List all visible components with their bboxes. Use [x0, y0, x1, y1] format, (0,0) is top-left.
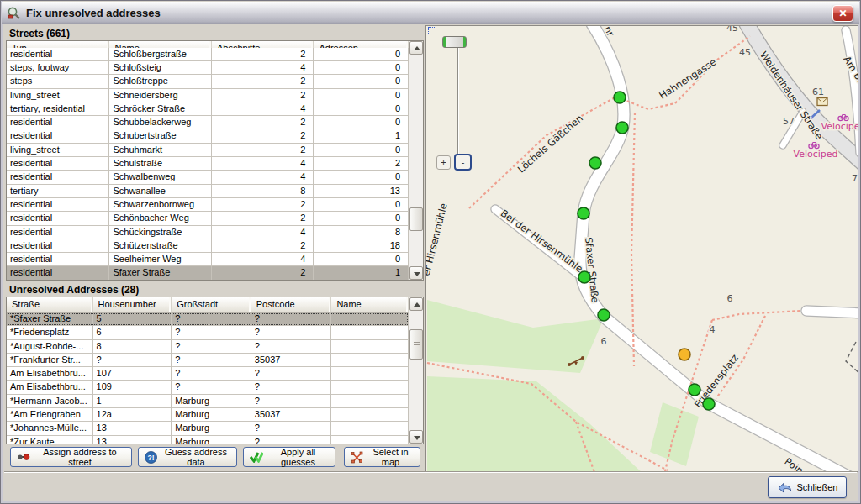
address-marker-green[interactable] — [703, 398, 715, 410]
table-row[interactable]: residentialSchwarzenbornweg20 — [7, 198, 409, 212]
table-row[interactable]: stepsSchloßtreppe20 — [7, 75, 409, 88]
scroll-up-button[interactable] — [409, 41, 423, 55]
double-check-icon — [250, 451, 263, 463]
branch-path[interactable] — [716, 316, 765, 398]
table-cell: residential — [7, 129, 109, 143]
table-cell: *Hermann-Jacob... — [7, 395, 93, 408]
table-cell: 13 — [314, 185, 409, 198]
table-row[interactable]: residentialSeelheimer Weg40 — [7, 253, 409, 266]
table-row[interactable]: living_streetSchuhmarkt20 — [7, 144, 409, 157]
table-row[interactable]: *Friedensplatz6?? — [7, 326, 409, 339]
velociped-label: Velociped — [793, 149, 837, 160]
guess-address-data-button[interactable]: ?! Guess address data — [138, 447, 237, 467]
table-cell: 1 — [314, 129, 409, 143]
unresolved-table-scrollbar[interactable] — [409, 297, 423, 444]
schliessen-button[interactable]: Schließen — [768, 476, 847, 498]
apply-all-guesses-button[interactable]: Apply all guesses — [243, 447, 335, 467]
title-bar[interactable]: Fix unresolved addresses ✕ — [2, 2, 859, 24]
column-header-name[interactable]: Name — [331, 297, 409, 312]
table-row[interactable]: tertiarySchwanallee813 — [7, 185, 409, 198]
table-cell: Marburg — [172, 395, 251, 408]
column-header-postcode[interactable]: Postcode — [251, 297, 332, 312]
table-row[interactable]: residentialSchubertstraße21 — [7, 129, 409, 143]
address-marker-green[interactable] — [598, 309, 610, 321]
button-label: Select in map — [367, 447, 414, 467]
table-row[interactable]: Am Elisabethbru...107?? — [7, 367, 409, 381]
table-row[interactable]: residentialSchulstraße42 — [7, 157, 409, 171]
table-row[interactable]: residentialSchönbacher Weg20 — [7, 212, 409, 225]
am-bruecker[interactable] — [846, 30, 858, 153]
button-label: Assign address to street — [34, 447, 125, 467]
table-cell: 4 — [212, 253, 314, 266]
table-row[interactable]: *August-Rohde-...8?? — [7, 340, 409, 354]
assign-address-to-street-button[interactable]: Assign address to street — [10, 447, 132, 467]
table-cell: Schönbacher Weg — [109, 212, 211, 225]
stub-east[interactable] — [806, 311, 858, 313]
scroll-down-button[interactable] — [409, 266, 423, 280]
table-row[interactable]: steps, footwaySchloßsteig40 — [7, 61, 409, 75]
zoom-out-button[interactable]: - — [454, 154, 472, 171]
table-row[interactable]: *Johannes-Mülle...13Marburg? — [7, 422, 409, 435]
scroll-up-button[interactable] — [409, 297, 423, 311]
table-cell: 0 — [314, 198, 409, 212]
map-canvas[interactable]: HahnengasseLöchels GäßchenWeidenhäuser S… — [426, 26, 858, 472]
table-row[interactable]: residentialSchützenstraße218 — [7, 239, 409, 253]
zoom-slider-track[interactable] — [457, 47, 458, 157]
address-marker-green[interactable] — [589, 157, 601, 169]
address-marker-green[interactable] — [689, 384, 700, 396]
table-row[interactable]: tertiary, residentialSchröcker Straße40 — [7, 102, 409, 116]
table-row[interactable]: *Hermann-Jacob...1Marburg? — [7, 395, 409, 408]
streets-table-scrollbar[interactable] — [409, 41, 423, 280]
table-cell: Schloßtreppe — [109, 75, 211, 88]
table-row[interactable]: residentialSchwalbenweg40 — [7, 171, 409, 184]
table-cell — [331, 312, 409, 326]
address-marker-green[interactable] — [616, 122, 628, 134]
table-row[interactable]: *Sfaxer Straße5?? — [7, 312, 409, 326]
zoom-slider-handle[interactable] — [442, 36, 467, 48]
table-cell — [331, 340, 409, 354]
address-marker-green[interactable] — [578, 271, 590, 283]
address-marker-orange[interactable] — [679, 349, 690, 360]
table-row[interactable]: residentialSchubbelackerweg20 — [7, 116, 409, 129]
street-label: er Hirsenmühle — [426, 202, 450, 276]
scrollbar-thumb[interactable] — [409, 329, 423, 360]
weidenhaeuser[interactable] — [747, 26, 858, 163]
table-cell: ? — [172, 340, 251, 354]
address-marker-green[interactable] — [614, 92, 626, 103]
close-window-button[interactable]: ✕ — [832, 5, 853, 22]
table-row[interactable]: *Frankfurter Str...??35037 — [7, 354, 409, 367]
table-cell: 0 — [314, 61, 409, 75]
table-cell: ? — [251, 436, 332, 444]
table-row[interactable]: *Am Erlengraben12aMarburg35037 — [7, 408, 409, 422]
column-header-stra-e[interactable]: Straße — [7, 297, 93, 312]
table-row[interactable]: residentialSchückingstraße48 — [7, 226, 409, 239]
scroll-down-button[interactable] — [409, 430, 423, 444]
table-cell: Schneidersberg — [109, 89, 211, 102]
scrollbar-thumb[interactable] — [409, 207, 423, 231]
table-row[interactable]: residentialSfaxer Straße21 — [7, 266, 409, 280]
column-header-gro-stadt[interactable]: Großstadt — [172, 297, 251, 312]
guess-icon: ?! — [145, 451, 157, 464]
east-path[interactable] — [712, 311, 801, 320]
map-panel[interactable]: HahnengasseLöchels GäßchenWeidenhäuser S… — [425, 25, 858, 472]
address-marker-green[interactable] — [578, 207, 589, 219]
streets-group-label: Streets (661) — [9, 28, 70, 39]
table-cell: 0 — [314, 116, 409, 129]
map-focus-indicator — [428, 27, 435, 34]
zoom-in-button[interactable]: + — [436, 155, 451, 170]
table-row[interactable]: residentialSchloßbergstraße20 — [7, 48, 409, 61]
table-cell: *August-Rohde-... — [7, 340, 93, 354]
table-cell: 6 — [93, 326, 172, 339]
table-cell: Schuhmarkt — [109, 144, 211, 157]
table-row[interactable]: *Zur Kaute13Marburg? — [7, 436, 409, 444]
table-row[interactable]: living_streetSchneidersberg20 — [7, 89, 409, 102]
column-header-housenumber[interactable]: Housenumber — [93, 297, 172, 312]
table-cell: Schützenstraße — [109, 239, 211, 253]
button-label: Guess address data — [161, 447, 230, 467]
table-cell: residential — [7, 226, 109, 239]
table-cell: 2 — [212, 266, 314, 280]
table-row[interactable]: Am Elisabethbru...109?? — [7, 381, 409, 394]
table-cell — [331, 408, 409, 422]
vertical-path[interactable] — [631, 113, 635, 366]
select-in-map-button[interactable]: Select in map — [344, 447, 420, 467]
